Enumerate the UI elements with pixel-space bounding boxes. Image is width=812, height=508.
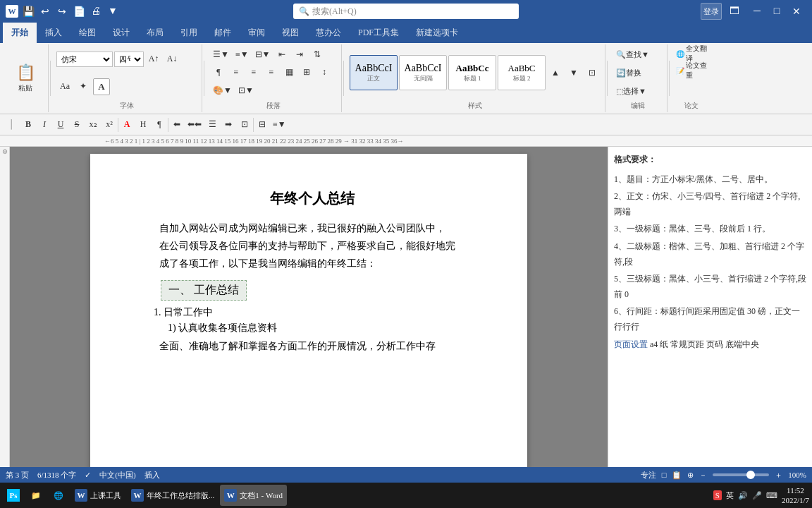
maximize-button[interactable]: □ [767, 1, 787, 21]
highlight-btn[interactable]: H [135, 117, 151, 133]
tab-review[interactable]: 审阅 [240, 23, 273, 43]
increase-indent-btn[interactable]: ⇥ [291, 46, 308, 63]
decrease-indent-btn[interactable]: ⇤ [273, 46, 290, 63]
minimize-button[interactable]: ─ [747, 1, 767, 21]
show-marks-btn[interactable]: ¶ [210, 64, 227, 81]
style-normal[interactable]: AaBbCcI 正文 [350, 55, 398, 90]
tab-home[interactable]: 开始 [3, 23, 37, 43]
zoom-out-btn[interactable]: － [699, 470, 707, 480]
tab-references[interactable]: 引用 [172, 23, 206, 43]
font-size-select[interactable]: 四号 [114, 52, 144, 67]
table-border-btn[interactable]: ⊟ [254, 117, 270, 133]
italic-button[interactable]: I [37, 117, 52, 133]
strikethrough-button[interactable]: S [69, 117, 85, 133]
taskbar-photoshop[interactable]: Ps [3, 485, 24, 506]
tab-pdf[interactable]: PDF工具集 [350, 23, 407, 43]
align-right-btn2[interactable]: ➡ [221, 117, 236, 133]
tab-huibangong[interactable]: 慧办公 [307, 23, 350, 43]
tab-view[interactable]: 视图 [273, 23, 307, 43]
main-area: ⚙ 年终个人总结 自加入网站公司成为网站编辑已来，我已很好的融入公司团队中， 在… [0, 147, 812, 467]
para-marks-btn[interactable]: ¶ [152, 117, 167, 133]
login-button[interactable]: 登录 [701, 3, 722, 20]
heading1-container[interactable]: 一、 工作总结 [161, 280, 485, 301]
font-color-btn[interactable]: A [119, 117, 135, 133]
style-heading2[interactable]: AaBbC 标题 2 [498, 55, 546, 90]
multilevel-btn[interactable]: ⊟▼ [252, 46, 273, 63]
style-heading1[interactable]: AaBbCc 标题 1 [448, 55, 496, 90]
page-setup-link[interactable]: 页面设置 [614, 339, 648, 349]
align-left-btn[interactable]: ≡ [228, 64, 245, 81]
document-heading1[interactable]: 一、 工作总结 [161, 280, 247, 301]
numbering-btn2[interactable]: ≡▼ [271, 117, 288, 133]
align-left-btn2[interactable]: ⬅ [169, 117, 185, 133]
tab-design[interactable]: 设计 [104, 23, 138, 43]
bullets-btn[interactable]: ☰▼ [210, 46, 232, 63]
undo-quick-btn[interactable]: ↩ [38, 4, 52, 18]
tray-icon1: 🔊 [738, 491, 748, 500]
numbering-btn[interactable]: ≡▼ [233, 46, 252, 63]
subscript-button[interactable]: x₂ [85, 117, 101, 133]
ribbon-display-btn[interactable]: 🗖 [727, 4, 742, 18]
tab-layout[interactable]: 布局 [138, 23, 172, 43]
font-format-btn[interactable]: A [93, 78, 110, 95]
superscript-button[interactable]: x² [102, 117, 117, 133]
style-no-spacing[interactable]: AaBbCcI 无间隔 [399, 55, 447, 90]
taskbar-clock[interactable]: 11:52 2022/1/7 [782, 485, 809, 506]
tab-mailings[interactable]: 邮件 [206, 23, 240, 43]
style-h2-preview: AaBbC [508, 63, 536, 74]
sort-btn[interactable]: ⇅ [309, 46, 326, 63]
font-family-select[interactable]: 仿宋 [56, 52, 113, 67]
read-mode-btn[interactable]: □ [662, 471, 667, 479]
fulltranslate-btn[interactable]: 🌐 全文翻译 [675, 46, 708, 61]
taskbar-word2[interactable]: W 文档1 - Word [220, 485, 287, 506]
close-button[interactable]: ✕ [787, 1, 806, 21]
clear-format-btn[interactable]: ✦ [75, 78, 92, 95]
print-quick-btn[interactable]: 🖨 [89, 4, 103, 18]
side-panel-item3: 4、二级标题：楷体、三号、加粗、首行缩进 2 个字符,段 [614, 239, 806, 270]
column-btn[interactable]: ⊞ [298, 64, 315, 81]
styles-expand[interactable]: ⊡ [584, 64, 601, 81]
align-justify-btn[interactable]: ▦ [281, 64, 297, 81]
borders-btn[interactable]: ⊡▼ [235, 83, 257, 99]
find-btn[interactable]: 🔍 查找▼ [613, 46, 663, 63]
title-search-box[interactable]: 🔍 搜索(Alt+Q) [293, 4, 519, 19]
tab-new[interactable]: 新建选项卡 [407, 23, 467, 43]
tab-insert[interactable]: 插入 [37, 23, 70, 43]
underline-button[interactable]: U [53, 117, 68, 133]
align-center-btn[interactable]: ≡ [245, 64, 262, 81]
focus-mode-btn[interactable]: 专注 [641, 470, 656, 480]
increase-font-btn[interactable]: A↑ [145, 51, 162, 68]
styles-scroll-down[interactable]: ▼ [565, 64, 582, 81]
change-case-btn[interactable]: Aa [56, 78, 73, 95]
tab-draw[interactable]: 绘图 [70, 23, 104, 43]
align-right-btn[interactable]: ≡ [263, 64, 280, 81]
shading-btn[interactable]: 🎨▼ [210, 83, 235, 99]
redo-quick-btn[interactable]: ↪ [55, 4, 69, 18]
document-page[interactable]: 年终个人总结 自加入网站公司成为网站编辑已来，我已很好的融入公司团队中， 在公司… [90, 154, 527, 467]
taskbar-word1[interactable]: W 年终工作总结排版... [127, 485, 219, 506]
taskbar-tools[interactable]: W 上课工具 [70, 485, 125, 506]
align-justify-btn2[interactable]: ☰ [204, 117, 220, 133]
taskbar-browser[interactable]: 🌐 [48, 485, 69, 506]
papercheck-btn[interactable]: 📝 论文查重 [675, 63, 708, 78]
paste-button[interactable]: 📋 粘贴 [7, 62, 44, 95]
web-layout-btn[interactable]: ⊕ [687, 471, 694, 480]
taskbar-files[interactable]: 📁 [25, 485, 47, 506]
more-quick-btn[interactable]: ▼ [106, 4, 120, 18]
save-quick-btn[interactable]: 💾 [21, 4, 35, 18]
document-area[interactable]: 年终个人总结 自加入网站公司成为网站编辑已来，我已很好的融入公司团队中， 在公司… [10, 147, 608, 467]
zoom-slider[interactable] [713, 473, 769, 476]
zoom-thumb[interactable] [746, 471, 755, 479]
print-layout-btn[interactable]: 📋 [672, 471, 682, 480]
zoom-in-btn[interactable]: ＋ [775, 470, 782, 480]
styles-scroll-up[interactable]: ▲ [547, 64, 564, 81]
file-quick-btn[interactable]: 📄 [72, 4, 86, 18]
replace-btn[interactable]: 🔄 替换 [613, 64, 663, 81]
align-center-btn2[interactable]: ⬅⬅ [185, 117, 204, 133]
line-spacing-btn[interactable]: ↕ [316, 64, 333, 81]
bold-button[interactable]: B [20, 117, 36, 133]
select-btn[interactable]: ⬚ 选择▼ [613, 83, 663, 99]
tray-lang[interactable]: 英 [726, 490, 734, 501]
decrease-font-btn[interactable]: A↓ [164, 51, 180, 68]
distributed-btn[interactable]: ⊡ [237, 117, 252, 133]
